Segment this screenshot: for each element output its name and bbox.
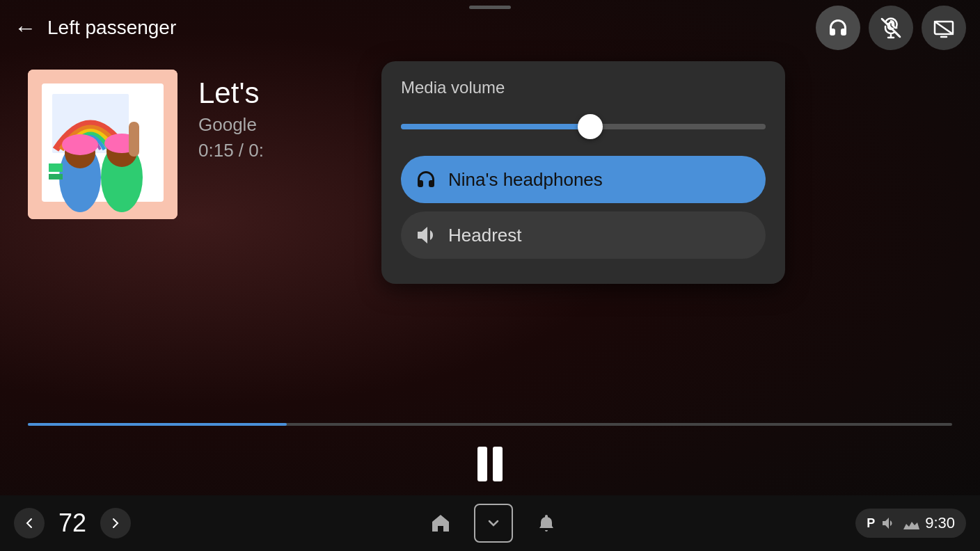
album-art (28, 70, 177, 219)
nav-center (421, 504, 566, 543)
svg-line-2 (935, 22, 953, 34)
status-pill: P 9:30 (855, 509, 966, 538)
mic-off-button[interactable] (869, 6, 913, 50)
status-time: 9:30 (925, 514, 955, 532)
dropdown-button[interactable] (474, 504, 513, 543)
home-icon (429, 512, 452, 534)
playback-controls (477, 447, 503, 481)
back-arrow-icon: ← (14, 17, 36, 39)
notifications-button[interactable] (527, 504, 566, 543)
temp-decrease-button[interactable] (14, 508, 45, 538)
temp-increase-button[interactable] (100, 508, 131, 538)
bottom-bar: 72 P (0, 495, 980, 551)
signal-icon (903, 515, 919, 532)
audio-output-headrest[interactable]: Headrest (401, 211, 766, 259)
progress-bar[interactable] (28, 423, 952, 426)
headphones-icon (827, 17, 849, 39)
speaker-option-icon (415, 224, 437, 246)
progress-area (0, 423, 980, 426)
pause-bar-left (477, 447, 487, 481)
pause-icon (477, 447, 503, 481)
temperature-value: 72 (52, 509, 93, 538)
home-button[interactable] (421, 504, 460, 543)
chevron-right-icon (109, 516, 122, 530)
headphones-option-icon (415, 168, 437, 191)
headphones-button[interactable] (816, 6, 860, 50)
volume-slider-fill (401, 124, 590, 129)
page-title: Left passenger (47, 17, 176, 39)
svg-rect-15 (49, 174, 63, 179)
track-time: 0:15 / 0: (198, 140, 264, 161)
time-separator: / (239, 140, 248, 161)
volume-popup-title: Media volume (401, 78, 766, 97)
track-artist: Google (198, 114, 264, 136)
ninas-headphones-label: Nina's headphones (448, 169, 603, 191)
temperature-controls: 72 (14, 508, 131, 538)
time-current: 0:15 (198, 140, 234, 161)
volume-popup: Media volume Nina's headphones Headrest (381, 61, 785, 284)
top-bar: ← Left passenger (0, 0, 980, 56)
back-button[interactable]: ← Left passenger (14, 17, 176, 39)
mic-off-icon (880, 17, 902, 39)
album-art-image (28, 70, 177, 219)
svg-point-9 (62, 134, 98, 155)
status-right: P 9:30 (855, 509, 966, 538)
time-total: 0: (248, 140, 264, 161)
chevron-left-icon (22, 516, 36, 530)
track-info: Let's Google 0:15 / 0: (198, 70, 264, 161)
screen-off-button[interactable] (922, 6, 966, 50)
volume-slider-thumb[interactable] (578, 114, 603, 139)
track-title: Let's (198, 77, 264, 110)
headrest-label: Headrest (448, 225, 522, 246)
top-right-controls (816, 6, 966, 50)
svg-rect-13 (129, 122, 139, 157)
pause-bar-right (493, 447, 503, 481)
volume-status-icon (880, 515, 897, 532)
audio-output-ninas-headphones[interactable]: Nina's headphones (401, 156, 766, 203)
svg-rect-14 (49, 163, 63, 172)
status-letter: P (867, 516, 875, 531)
volume-slider[interactable] (401, 111, 766, 142)
bell-icon (535, 512, 558, 534)
pause-button[interactable] (477, 447, 503, 481)
chevron-down-icon (485, 515, 502, 532)
screen-off-icon (933, 17, 955, 39)
progress-bar-fill (28, 423, 287, 426)
